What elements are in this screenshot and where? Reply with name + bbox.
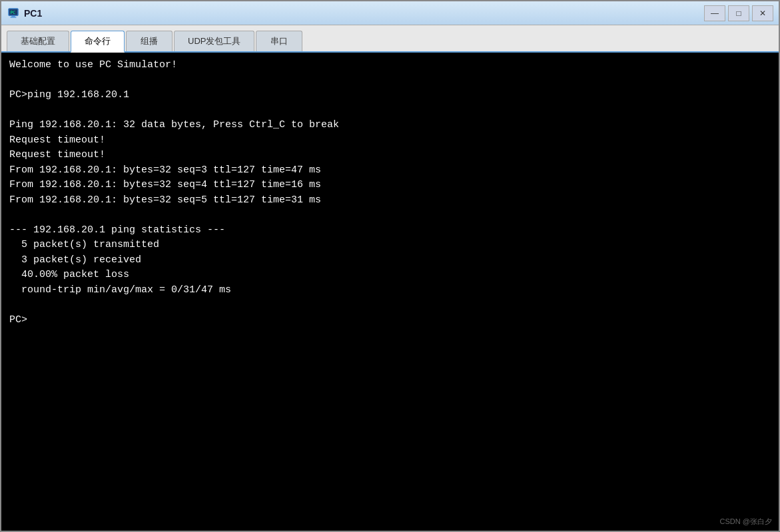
svg-text:PC: PC (11, 9, 16, 14)
window-title: PC1 (24, 8, 42, 19)
tab-udp-tool[interactable]: UDP发包工具 (174, 31, 254, 51)
close-button[interactable]: ✕ (752, 5, 773, 21)
terminal-area[interactable]: Welcome to use PC Simulator! PC>ping 192… (1, 53, 779, 531)
tab-command-line[interactable]: 命令行 (71, 31, 125, 53)
tab-bar: 基础配置 命令行 组播 UDP发包工具 串口 (1, 25, 779, 53)
tab-serial[interactable]: 串口 (256, 31, 302, 51)
title-bar-left: PC PC1 (7, 7, 42, 20)
svg-rect-2 (11, 17, 17, 17)
minimize-button[interactable]: — (704, 5, 725, 21)
tab-basic-config[interactable]: 基础配置 (7, 31, 69, 51)
main-window: PC PC1 — □ ✕ 基础配置 命令行 组播 UDP发包工具 串口 Welc… (0, 0, 780, 532)
terminal-output: Welcome to use PC Simulator! PC>ping 192… (9, 58, 771, 328)
pc-icon: PC (7, 7, 20, 20)
svg-rect-1 (11, 15, 15, 17)
watermark: CSDN @张白夕 (720, 517, 772, 527)
title-bar: PC PC1 — □ ✕ (1, 1, 779, 25)
tab-multicast[interactable]: 组播 (126, 31, 173, 51)
title-controls: — □ ✕ (704, 5, 773, 21)
maximize-button[interactable]: □ (728, 5, 749, 21)
